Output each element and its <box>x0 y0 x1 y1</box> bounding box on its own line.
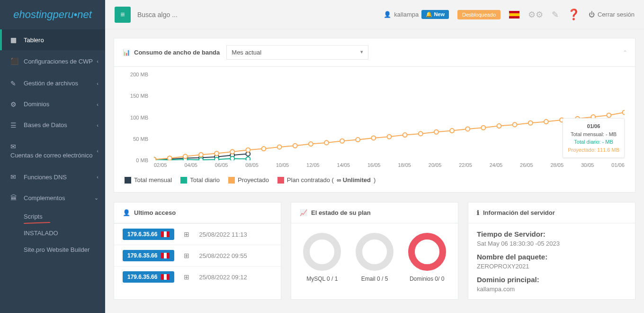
svg-point-14 <box>154 157 156 160</box>
svg-point-15 <box>168 156 172 160</box>
donut-icon <box>408 233 446 271</box>
nav-label: Cuentas de correo electrónico <box>10 151 92 160</box>
database-icon: ☰ <box>10 121 19 129</box>
legend-label: Total diario <box>190 176 220 184</box>
gears-icon[interactable]: ⚙⚙ <box>528 9 543 20</box>
svg-point-29 <box>387 135 392 139</box>
svg-point-36 <box>497 124 501 128</box>
info-icon: ℹ <box>477 209 479 216</box>
tooltip-daily: Total diario: - MB <box>568 138 619 146</box>
nav-file-mgmt[interactable]: ✎ Gestión de archivos ‹ <box>0 73 105 94</box>
nav-label: Funciones DNS <box>24 174 67 181</box>
flag-pe-icon <box>161 253 170 258</box>
svg-point-31 <box>419 131 423 136</box>
power-icon: ⏻ <box>589 11 595 18</box>
legend-label: Plan contratado ( <box>287 176 334 184</box>
chevron-down-icon: ⌄ <box>94 195 98 201</box>
svg-point-39 <box>544 120 548 124</box>
flag-pe-icon <box>161 274 170 280</box>
info-label: Tiempo de Servidor: <box>477 230 626 238</box>
legend-label: Proyectado <box>238 176 269 184</box>
nav-domains[interactable]: ⚙ Dominios ‹ <box>0 94 105 115</box>
chevron-left-icon: ‹ <box>97 147 98 155</box>
nav-databases[interactable]: ☰ Bases de Datos ‹ <box>0 115 105 136</box>
chart-legend: Total mensual Total diario Proyectado Pl… <box>125 172 625 184</box>
legend-daily: Total diario <box>180 176 220 184</box>
chevron-left-icon: ‹ <box>97 122 98 128</box>
tooltip-total: Total mensual: - MB <box>568 130 619 138</box>
gear-icon: ⚙ <box>10 101 19 108</box>
donut-item: MySQL 0 / 1 <box>303 233 341 282</box>
logo-text: ehostingperu•net <box>13 9 92 20</box>
nav-dns[interactable]: ✉ Funciones DNS ‹ <box>0 166 105 187</box>
svg-point-44 <box>623 110 625 114</box>
windows-icon: ⊞ <box>184 252 189 259</box>
user-icon: 👤 <box>384 11 391 18</box>
new-label: New <box>434 11 445 17</box>
svg-point-20 <box>246 148 250 152</box>
sidebar: ehostingperu•net ▦ Tablero ⬛ Configuraci… <box>0 0 105 313</box>
info-label: Dominio principal: <box>477 276 626 284</box>
info-value: kallampa.com <box>477 285 626 293</box>
svg-point-37 <box>513 122 517 127</box>
sub-scripts[interactable]: Scripts <box>0 208 105 225</box>
nav-label: Bases de Datos <box>24 121 67 129</box>
collapse-icon[interactable]: ⌃ <box>623 49 627 56</box>
svg-point-22 <box>277 145 282 149</box>
period-select[interactable]: Mes actual <box>226 45 368 60</box>
donut-icon <box>356 233 394 271</box>
sub-label: Scripts <box>24 213 43 220</box>
tooltip-date: 01/06 <box>568 122 619 130</box>
dashboard-icon: ▦ <box>10 36 19 44</box>
toggle-sidebar-button[interactable]: ≡ <box>115 7 131 23</box>
sub-sitepro[interactable]: Site.pro Website Builder <box>0 241 105 258</box>
logout-button[interactable]: ⏻ Cerrar sesión <box>589 11 635 18</box>
access-row: 179.6.35.66⊞25/08/2022 09:12 <box>114 266 281 287</box>
chevron-left-icon: ‹ <box>97 174 98 180</box>
mail-icon: ✉ <box>10 173 19 181</box>
ip-badge[interactable]: 179.6.35.66 <box>123 250 174 261</box>
nav-tablero[interactable]: ▦ Tablero <box>0 29 105 50</box>
nav-label: Complementos <box>24 194 65 202</box>
search-input[interactable] <box>131 7 263 22</box>
svg-point-43 <box>607 113 611 117</box>
user-icon: 👤 <box>123 209 130 216</box>
title-text: Consumo de ancho de banda <box>134 49 220 56</box>
server-info-title: ℹInformación del servidor <box>477 209 555 216</box>
donut-item: Dominios 0/ 0 <box>408 233 446 282</box>
svg-point-38 <box>528 121 533 125</box>
svg-point-19 <box>230 149 234 154</box>
access-time: 25/08/2022 09:55 <box>199 252 247 259</box>
svg-point-10 <box>199 158 203 160</box>
nav-email[interactable]: ✉ Cuentas de correo electrónico ‹ <box>0 136 105 167</box>
title-text: El estado de su plan <box>311 209 371 216</box>
brush-icon[interactable]: ✎ <box>552 9 559 20</box>
bandwidth-title: 📊 Consumo de ancho de banda <box>123 49 220 56</box>
svg-point-16 <box>183 154 188 158</box>
sub-instalado[interactable]: INSTALADO <box>0 225 105 241</box>
help-icon[interactable]: ❓ <box>567 9 580 21</box>
flag-es-icon[interactable] <box>509 11 519 18</box>
ip-badge[interactable]: 179.6.35.66 <box>123 229 174 240</box>
svg-point-34 <box>465 127 470 131</box>
new-button[interactable]: 🔔 New <box>421 10 449 19</box>
svg-point-17 <box>199 153 203 157</box>
mail-icon: ✉ <box>10 142 19 152</box>
nav-complements[interactable]: 🏛 Complementos ⌄ <box>0 187 105 208</box>
ip-badge[interactable]: 179.6.35.66 <box>123 271 174 283</box>
swatch-icon <box>277 177 284 184</box>
svg-point-12 <box>230 156 234 160</box>
plan-status-title: 📈El estado de su plan <box>300 209 371 216</box>
legend-label: ) <box>374 176 376 184</box>
donut-label: Email 0 / 5 <box>356 276 394 282</box>
unlock-button[interactable]: Desbloqueado <box>457 10 501 19</box>
nav-cwp-config[interactable]: ⬛ Configuraciones de CWP ‹ <box>0 50 105 73</box>
last-access-title: 👤Ultimo acceso <box>123 209 176 216</box>
svg-point-21 <box>261 147 266 151</box>
chevron-left-icon: ‹ <box>97 58 98 65</box>
svg-point-24 <box>309 142 313 146</box>
nav-label: Gestión de archivos <box>24 80 78 87</box>
flag-pe-icon <box>161 231 170 237</box>
donut-item: Email 0 / 5 <box>356 233 394 282</box>
logout-label: Cerrar sesión <box>598 11 635 18</box>
